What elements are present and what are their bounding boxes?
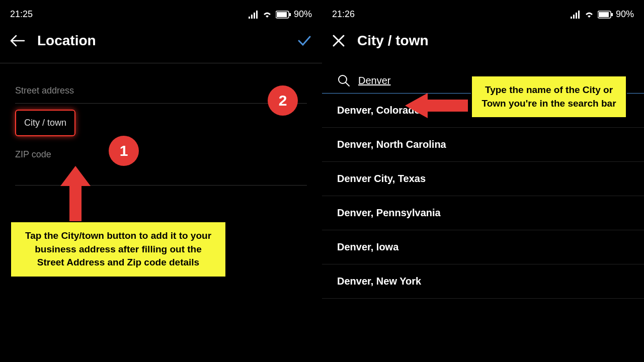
svg-rect-6	[289, 13, 291, 16]
result-item[interactable]: Denver, Pennsylvania	[322, 196, 644, 230]
city-town-button[interactable]: City / town	[15, 110, 75, 136]
status-icons: 90%	[571, 9, 634, 20]
result-item[interactable]: Denver, New York	[322, 264, 644, 299]
svg-rect-12	[599, 12, 609, 17]
status-icons: 90%	[249, 9, 312, 20]
dual-screenshot-container: 21:25 90% Location Street address City /…	[0, 0, 644, 362]
svg-rect-10	[578, 11, 580, 19]
time-label: 21:26	[332, 9, 355, 20]
street-address-field[interactable]: Street address	[15, 78, 307, 104]
battery-icon	[276, 11, 291, 19]
result-item[interactable]: Denver, Iowa	[322, 230, 644, 264]
result-item[interactable]: Denver City, Texas	[322, 162, 644, 196]
confirm-checkmark-icon[interactable]	[297, 35, 312, 47]
svg-rect-13	[611, 13, 613, 16]
battery-icon	[598, 11, 613, 19]
screen-location: 21:25 90% Location Street address City /…	[0, 0, 322, 362]
screen-city-search: 21:26 90% City / town Denver Denver, Col…	[322, 0, 644, 362]
annotation-badge-2: 2	[268, 85, 298, 116]
battery-label: 90%	[294, 9, 312, 20]
red-arrow-icon	[55, 161, 96, 221]
svg-rect-9	[576, 13, 577, 19]
signal-icon	[571, 11, 581, 19]
form-area: Street address City / town ZIP code	[0, 63, 322, 201]
svg-rect-0	[249, 17, 250, 19]
battery-label: 90%	[616, 9, 634, 20]
wifi-icon	[584, 11, 595, 19]
annotation-callout-2: Type the name of the City or Town you're…	[471, 75, 627, 118]
search-value: Denver	[358, 75, 390, 86]
svg-rect-8	[573, 15, 575, 19]
search-icon	[337, 74, 350, 87]
page-title: Location	[37, 33, 96, 49]
svg-rect-5	[277, 12, 287, 17]
header-right: City / town	[322, 24, 644, 58]
svg-rect-3	[256, 11, 258, 19]
close-icon[interactable]	[332, 34, 345, 47]
red-arrow-icon	[403, 90, 468, 121]
svg-rect-1	[251, 15, 253, 19]
annotation-callout-1: Tap the City/town button to add it to yo…	[10, 221, 226, 278]
back-arrow-icon[interactable]	[10, 35, 25, 47]
svg-rect-2	[254, 13, 255, 19]
page-title: City / town	[357, 33, 429, 49]
result-item[interactable]: Denver, North Carolina	[322, 128, 644, 162]
time-label: 21:25	[10, 9, 33, 20]
wifi-icon	[262, 11, 273, 19]
status-bar-left: 21:25 90%	[0, 5, 322, 24]
signal-icon	[249, 11, 259, 19]
header-left: Location	[0, 24, 322, 58]
svg-rect-7	[571, 17, 572, 19]
results-list: Denver, Colorado Denver, North Carolina …	[322, 94, 644, 299]
annotation-badge-1: 1	[109, 136, 139, 166]
status-bar-right: 21:26 90%	[322, 5, 644, 24]
